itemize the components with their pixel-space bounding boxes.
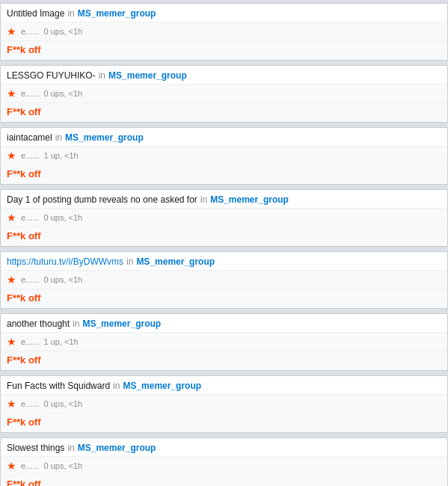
post-title-row: https://tuturu.tv/i/ByDWWvms in MS_memer… — [1, 252, 447, 270]
star-icon: ★ — [7, 274, 16, 286]
content-preview: F**k off — [1, 351, 447, 370]
post-title-row: another thought in MS_memer_group — [1, 314, 447, 332]
username[interactable]: e...... — [21, 337, 39, 346]
content-preview: F**k off — [1, 413, 447, 432]
post-meta-row: ★e......0 ups, <1h — [1, 22, 447, 40]
username[interactable]: e...... — [21, 461, 39, 470]
post-meta-row: ★e......1 up, <1h — [1, 332, 447, 351]
meta-stats: 1 up, <1h — [43, 151, 78, 160]
post-title-row: Fun Facts with Squidward in MS_memer_gro… — [1, 376, 447, 394]
post-title-row: LESSGO FUYUHIKO- in MS_memer_group — [1, 66, 447, 84]
username[interactable]: e...... — [21, 399, 39, 408]
in-word: in — [67, 8, 74, 19]
post-title-row: Slowest things in MS_memer_group — [1, 438, 447, 456]
post-title[interactable]: Untitled Image — [7, 8, 64, 19]
post-title-row: iaintacamel in MS_memer_group — [1, 128, 447, 146]
post-item: Fun Facts with Squidward in MS_memer_gro… — [0, 375, 448, 433]
post-meta-row: ★e......0 ups, <1h — [1, 456, 447, 475]
subreddit-link[interactable]: MS_memer_group — [78, 443, 156, 453]
post-item: another thought in MS_memer_group★e.....… — [0, 313, 448, 371]
post-title-row: Day 1 of posting dumb reveals no one ask… — [1, 190, 447, 208]
content-preview: F**k off — [1, 475, 447, 486]
post-title-row: Untitled Image in MS_memer_group — [1, 4, 447, 22]
meta-stats: 0 ups, <1h — [43, 27, 82, 36]
post-meta-row: ★e......0 ups, <1h — [1, 208, 447, 227]
meta-stats: 0 ups, <1h — [43, 399, 82, 408]
content-preview: F**k off — [1, 40, 447, 60]
post-title[interactable]: Day 1 of posting dumb reveals no one ask… — [7, 194, 197, 205]
subreddit-link[interactable]: MS_memer_group — [123, 381, 201, 391]
meta-stats: 0 ups, <1h — [43, 461, 82, 470]
username[interactable]: e...... — [21, 213, 39, 222]
post-item: Day 1 of posting dumb reveals no one ask… — [0, 189, 448, 247]
post-item: LESSGO FUYUHIKO- in MS_memer_group★e....… — [0, 65, 448, 123]
meta-stats: 1 up, <1h — [43, 337, 78, 346]
star-icon: ★ — [7, 25, 16, 37]
post-title[interactable]: https://tuturu.tv/i/ByDWWvms — [7, 256, 123, 267]
star-icon: ★ — [7, 87, 16, 99]
subreddit-link[interactable]: MS_memer_group — [82, 319, 161, 329]
feed-container: Untitled Image in MS_memer_group★e......… — [0, 0, 448, 486]
in-word: in — [73, 319, 79, 329]
post-title[interactable]: Fun Facts with Squidward — [7, 381, 110, 391]
star-icon: ★ — [7, 460, 16, 472]
post-item: iaintacamel in MS_memer_group★e......1 u… — [0, 127, 448, 185]
post-meta-row: ★e......1 up, <1h — [1, 146, 447, 164]
post-title[interactable]: another thought — [7, 319, 70, 329]
post-meta-row: ★e......0 ups, <1h — [1, 270, 447, 289]
username[interactable]: e...... — [21, 151, 39, 160]
meta-stats: 0 ups, <1h — [43, 275, 82, 284]
subreddit-link[interactable]: MS_memer_group — [136, 256, 215, 267]
post-item: https://tuturu.tv/i/ByDWWvms in MS_memer… — [0, 251, 448, 309]
post-item: Slowest things in MS_memer_group★e......… — [0, 437, 448, 486]
content-preview: F**k off — [1, 289, 447, 308]
star-icon: ★ — [7, 212, 16, 224]
in-word: in — [67, 443, 74, 453]
post-title[interactable]: Slowest things — [7, 443, 64, 453]
in-word: in — [99, 70, 105, 81]
star-icon: ★ — [7, 398, 16, 410]
content-preview: F**k off — [1, 227, 447, 246]
subreddit-link[interactable]: MS_memer_group — [210, 194, 289, 205]
username[interactable]: e...... — [21, 275, 39, 284]
content-preview: F**k off — [1, 102, 447, 122]
post-meta-row: ★e......0 ups, <1h — [1, 394, 447, 413]
in-word: in — [200, 194, 207, 205]
post-title[interactable]: iaintacamel — [7, 132, 52, 143]
post-item: Untitled Image in MS_memer_group★e......… — [0, 3, 448, 61]
meta-stats: 0 ups, <1h — [43, 213, 82, 222]
in-word: in — [55, 132, 62, 143]
post-title[interactable]: LESSGO FUYUHIKO- — [7, 70, 96, 81]
content-preview: F**k off — [1, 164, 447, 184]
username[interactable]: e...... — [21, 89, 39, 98]
in-word: in — [126, 256, 133, 267]
subreddit-link[interactable]: MS_memer_group — [78, 8, 156, 19]
subreddit-link[interactable]: MS_memer_group — [108, 70, 187, 81]
meta-stats: 0 ups, <1h — [43, 89, 82, 98]
star-icon: ★ — [7, 150, 16, 162]
in-word: in — [113, 381, 120, 391]
subreddit-link[interactable]: MS_memer_group — [65, 132, 144, 143]
star-icon: ★ — [7, 336, 16, 348]
username[interactable]: e...... — [21, 27, 39, 36]
post-meta-row: ★e......0 ups, <1h — [1, 84, 447, 102]
